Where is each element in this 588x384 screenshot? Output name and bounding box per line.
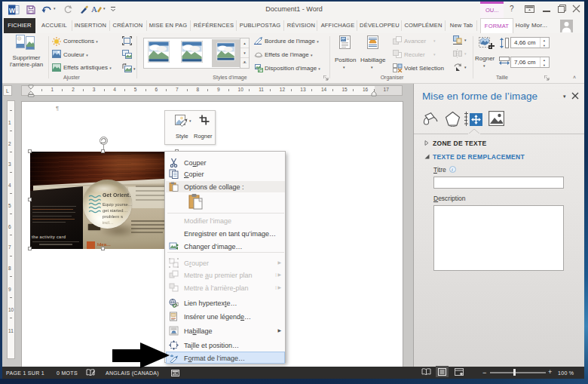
svg-text:i: i xyxy=(452,167,453,172)
